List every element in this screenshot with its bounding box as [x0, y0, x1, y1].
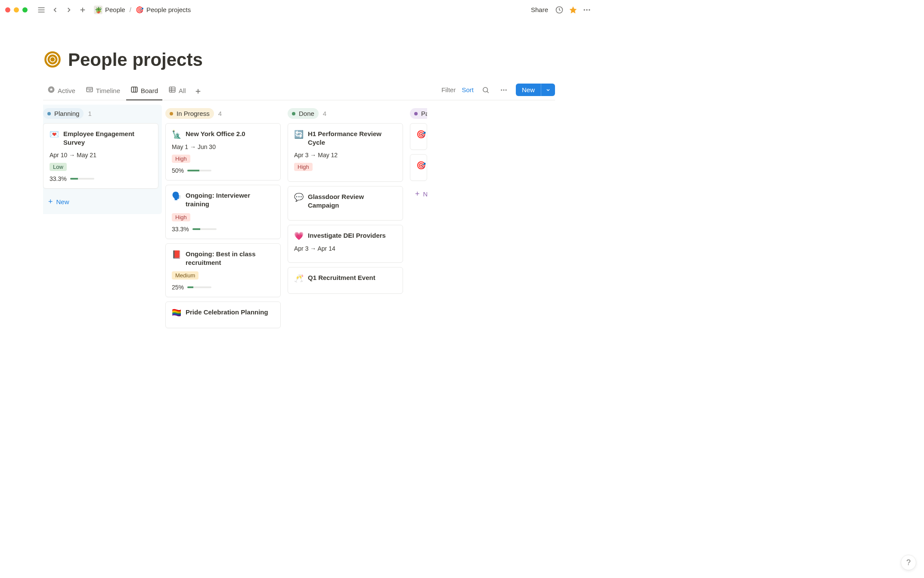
column-pill[interactable]: In Progress: [165, 108, 214, 119]
add-card-label: N: [423, 190, 427, 198]
tab-board[interactable]: Board: [126, 82, 162, 100]
more-menu-icon[interactable]: [581, 4, 593, 16]
progress-percent: 33.3%: [172, 226, 189, 233]
breadcrumb-parent[interactable]: 🪴 People: [92, 5, 127, 15]
svg-marker-6: [570, 6, 577, 13]
progress-bar: [70, 178, 94, 180]
column-header[interactable]: Planning1: [43, 108, 158, 119]
add-card-button[interactable]: +New: [43, 193, 158, 211]
board-column-planning: Planning1💌Employee Engagement SurveyApr …: [43, 108, 158, 333]
board-card[interactable]: 🥂Q1 Recruitment Event: [288, 267, 403, 294]
breadcrumb-parent-label: People: [105, 6, 125, 13]
svg-line-28: [487, 91, 489, 93]
page-title[interactable]: People projects: [68, 50, 203, 70]
minimize-window-icon[interactable]: [14, 7, 19, 12]
column-header[interactable]: Pa: [410, 108, 427, 119]
card-date-range: May 1 → Jun 30: [172, 143, 274, 150]
tab-timeline[interactable]: Timeline: [81, 82, 124, 100]
card-date-range: Apr 10 → May 21: [50, 152, 152, 158]
card-title-row: 📕Ongoing: Best in class recruitment: [172, 250, 274, 267]
views-toolbar: Filter Sort New: [441, 84, 555, 99]
new-button-dropdown[interactable]: [541, 84, 555, 96]
tab-active[interactable]: Active: [43, 82, 80, 100]
column-header[interactable]: Done4: [288, 108, 403, 119]
column-pill[interactable]: Pa: [410, 108, 427, 119]
timeline-icon: [86, 86, 93, 95]
updates-icon[interactable]: [553, 4, 565, 16]
add-view-icon[interactable]: [192, 85, 204, 97]
add-card-button[interactable]: +N: [410, 185, 427, 203]
nav-back-icon[interactable]: [49, 4, 61, 16]
svg-rect-21: [169, 87, 175, 92]
maximize-window-icon[interactable]: [22, 7, 28, 12]
board-card[interactable]: 💬Glassdoor Review Campaign: [288, 186, 403, 221]
card-title-row: 💗Investigate DEI Providers: [294, 231, 397, 241]
card-title: Employee Engagement Survey: [63, 130, 152, 147]
board-card[interactable]: 🎯: [410, 154, 427, 181]
breadcrumb-current[interactable]: 🎯 People projects: [134, 5, 192, 15]
breadcrumb-parent-icon: 🪴: [94, 6, 102, 14]
nav-forward-icon[interactable]: [63, 4, 75, 16]
share-button[interactable]: Share: [527, 4, 552, 15]
column-header[interactable]: In Progress4: [165, 108, 281, 119]
card-title-row: 🗽New York Office 2.0: [172, 130, 274, 139]
card-title: Ongoing: Best in class recruitment: [186, 250, 274, 267]
progress-fill: [192, 228, 201, 230]
card-emoji-icon: 🎯: [416, 161, 426, 170]
progress-row: 33.3%: [50, 175, 152, 182]
card-emoji-icon: 🥂: [294, 273, 304, 283]
tab-label: Active: [58, 87, 75, 94]
board-card[interactable]: 📕Ongoing: Best in class recruitmentMediu…: [165, 243, 281, 298]
svg-point-27: [483, 87, 488, 92]
card-emoji-icon: 💌: [50, 130, 59, 139]
favorite-star-icon[interactable]: [567, 4, 579, 16]
add-card-label: New: [56, 198, 69, 205]
column-pill[interactable]: Planning: [43, 108, 84, 119]
card-title: H1 Performance Review Cycle: [308, 130, 397, 147]
sort-button[interactable]: Sort: [462, 86, 474, 93]
svg-point-9: [589, 9, 590, 10]
board-card[interactable]: 🏳️‍🌈Pride Celebration Planning: [165, 301, 281, 328]
sidebar-toggle-icon[interactable]: [35, 4, 47, 16]
board-column-done: Done4🔄H1 Performance Review CycleApr 3 →…: [288, 108, 403, 333]
progress-row: 33.3%: [172, 226, 274, 233]
status-dot-icon: [292, 112, 295, 115]
svg-rect-18: [131, 87, 137, 92]
breadcrumb: 🪴 People / 🎯 People projects: [92, 5, 192, 15]
tab-label: Timeline: [96, 87, 120, 94]
card-title: Glassdoor Review Campaign: [308, 193, 397, 210]
page-icon[interactable]: [43, 50, 62, 70]
tab-all[interactable]: All: [164, 82, 190, 100]
window-controls: [5, 7, 28, 12]
board-card[interactable]: 🗣️Ongoing: Interviewer trainingHigh33.3%: [165, 185, 281, 239]
board-card[interactable]: 🔄H1 Performance Review CycleApr 3 → May …: [288, 123, 403, 182]
card-emoji-icon: 💬: [294, 193, 304, 202]
tab-label: All: [179, 87, 186, 94]
priority-tag: High: [294, 163, 313, 171]
search-icon[interactable]: [480, 84, 492, 96]
board-card[interactable]: 🗽New York Office 2.0May 1 → Jun 30High50…: [165, 123, 281, 180]
view-options-icon[interactable]: [498, 84, 510, 96]
close-window-icon[interactable]: [5, 7, 10, 12]
filter-button[interactable]: Filter: [441, 86, 456, 93]
new-button[interactable]: New: [516, 84, 555, 96]
plus-icon: +: [415, 190, 420, 199]
priority-tag: Medium: [172, 271, 198, 280]
card-title: Pride Celebration Planning: [186, 308, 268, 317]
svg-point-29: [501, 89, 502, 90]
board-card[interactable]: 💌Employee Engagement SurveyApr 10 → May …: [43, 123, 158, 189]
column-body: Planning1💌Employee Engagement SurveyApr …: [43, 105, 162, 214]
card-emoji-icon: 💗: [294, 231, 304, 241]
column-label: Done: [299, 110, 314, 117]
board-card[interactable]: 💗Investigate DEI ProvidersApr 3 → Apr 14: [288, 225, 403, 263]
column-pill[interactable]: Done: [288, 108, 319, 119]
card-emoji-icon: 🏳️‍🌈: [172, 308, 181, 317]
svg-point-30: [503, 89, 504, 90]
svg-point-8: [586, 9, 587, 10]
new-button-label[interactable]: New: [516, 84, 541, 96]
svg-point-12: [51, 58, 54, 61]
progress-bar: [187, 286, 211, 288]
card-title-row: 🏳️‍🌈Pride Celebration Planning: [172, 308, 274, 317]
board-card[interactable]: 🎯: [410, 123, 427, 150]
new-tab-icon[interactable]: [77, 4, 89, 16]
